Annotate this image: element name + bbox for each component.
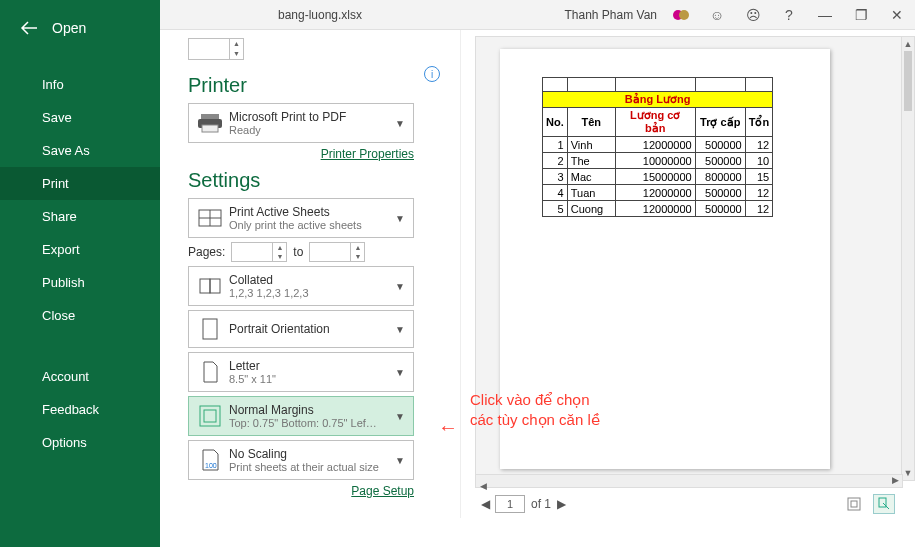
print-preview-pane: Bảng LươngNo.TênLương cơ bảnTrợ cấpTổn1V… (460, 30, 915, 518)
pages-label: Pages: (188, 245, 225, 259)
pages-to-label: to (293, 245, 303, 259)
sidebar-item-export[interactable]: Export (0, 233, 160, 266)
annotation-text: Click vào để chọn các tùy chọn căn lề (470, 390, 600, 430)
feedback-frown-icon[interactable]: ☹ (735, 0, 771, 30)
user-avatar-icon[interactable] (663, 0, 699, 30)
scroll-up-icon[interactable]: ▲ (902, 37, 914, 51)
svg-rect-11 (200, 406, 220, 426)
sidebar-item-save-as[interactable]: Save As (0, 134, 160, 167)
collate-icon (195, 271, 225, 301)
print-backstage-main: ▲▼ i Printer Microsoft Print to PDF Read… (160, 30, 915, 547)
sheets-icon (195, 203, 225, 233)
minimize-button[interactable]: — (807, 0, 843, 30)
feedback-smile-icon[interactable]: ☺ (699, 0, 735, 30)
page-icon (195, 357, 225, 387)
page-total-label: of 1 (531, 497, 551, 511)
prev-page-button[interactable]: ◀ (475, 497, 495, 511)
printer-selector[interactable]: Microsoft Print to PDF Ready ▼ (188, 103, 414, 143)
svg-point-1 (679, 10, 689, 20)
page-setup-link[interactable]: Page Setup (188, 484, 414, 498)
chevron-down-icon: ▼ (393, 213, 407, 224)
help-icon[interactable]: ? (771, 0, 807, 30)
chevron-down-icon: ▼ (393, 367, 407, 378)
margins-selector[interactable]: Normal Margins Top: 0.75" Bottom: 0.75" … (188, 396, 414, 436)
svg-text:100: 100 (205, 462, 217, 469)
svg-rect-15 (851, 501, 857, 507)
sidebar-item-feedback[interactable]: Feedback (0, 393, 160, 426)
zoom-to-page-button[interactable] (873, 494, 895, 514)
sidebar-item-open[interactable]: Open (0, 0, 160, 56)
sidebar-item-share[interactable]: Share (0, 200, 160, 233)
printer-status: Ready (229, 124, 393, 136)
page-number-input[interactable]: 1 (495, 495, 525, 513)
table-row: 4Tuan1200000050000012 (543, 185, 773, 201)
restore-button[interactable]: ❐ (843, 0, 879, 30)
next-page-button[interactable]: ▶ (551, 497, 571, 511)
pages-to-input[interactable]: ▲▼ (309, 242, 365, 262)
spinner-down-icon[interactable]: ▼ (230, 49, 243, 59)
preview-vertical-scrollbar[interactable]: ▲ ▼ (901, 36, 915, 481)
chevron-down-icon: ▼ (393, 411, 407, 422)
scaling-selector[interactable]: 100 No Scaling Print sheets at their act… (188, 440, 414, 480)
sidebar-item-close[interactable]: Close (0, 299, 160, 332)
scroll-right-icon[interactable]: ▶ (888, 475, 902, 487)
svg-rect-14 (848, 498, 860, 510)
printer-info-icon[interactable]: i (424, 66, 440, 82)
back-arrow-icon (20, 21, 38, 35)
margins-icon (195, 401, 225, 431)
orientation-selector[interactable]: Portrait Orientation ▼ (188, 310, 414, 348)
show-margins-button[interactable] (843, 494, 865, 514)
sidebar-item-print[interactable]: Print (0, 167, 160, 200)
sidebar-item-publish[interactable]: Publish (0, 266, 160, 299)
svg-rect-4 (202, 125, 218, 132)
sidebar-item-account[interactable]: Account (0, 360, 160, 393)
spinner-up-icon[interactable]: ▲ (230, 39, 243, 49)
svg-rect-12 (204, 410, 216, 422)
chevron-down-icon: ▼ (393, 281, 407, 292)
sidebar-item-save[interactable]: Save (0, 101, 160, 134)
printer-name: Microsoft Print to PDF (229, 110, 393, 124)
paper-size-selector[interactable]: Letter 8.5" x 11" ▼ (188, 352, 414, 392)
scroll-thumb[interactable] (904, 51, 912, 111)
preview-sheet-content: Bảng LươngNo.TênLương cơ bảnTrợ cấpTổn1V… (542, 77, 830, 217)
table-row: 3Mac1500000080000015 (543, 169, 773, 185)
printer-properties-link[interactable]: Printer Properties (188, 147, 414, 161)
print-what-selector[interactable]: Print Active Sheets Only print the activ… (188, 198, 414, 238)
chevron-down-icon: ▼ (393, 324, 407, 335)
table-row: 5Cuong1200000050000012 (543, 201, 773, 217)
chevron-down-icon: ▼ (393, 118, 407, 129)
settings-heading: Settings (188, 169, 432, 192)
scroll-down-icon[interactable]: ▼ (902, 466, 914, 480)
preview-horizontal-scrollbar[interactable]: ◀ ▶ (475, 474, 903, 488)
svg-rect-9 (210, 279, 220, 293)
sidebar-item-options[interactable]: Options (0, 426, 160, 459)
table-row: 1Vinh1200000050000012 (543, 137, 773, 153)
backstage-sidebar: Open InfoSaveSave AsPrintShareExportPubl… (0, 0, 160, 547)
sidebar-item-info[interactable]: Info (0, 68, 160, 101)
close-button[interactable]: ✕ (879, 0, 915, 30)
user-name: Thanh Pham Van (564, 8, 657, 22)
printer-icon (195, 108, 225, 138)
collate-selector[interactable]: Collated 1,2,3 1,2,3 1,2,3 ▼ (188, 266, 414, 306)
sidebar-open-label: Open (52, 20, 86, 36)
document-title: bang-luong.xlsx (220, 8, 420, 22)
scaling-icon: 100 (195, 445, 225, 475)
svg-rect-2 (201, 114, 219, 119)
svg-rect-8 (200, 279, 210, 293)
copies-spinner[interactable]: ▲▼ (188, 38, 244, 60)
chevron-down-icon: ▼ (393, 455, 407, 466)
preview-footer: ◀ 1 of 1 ▶ (475, 490, 915, 518)
print-settings-column: ▲▼ i Printer Microsoft Print to PDF Read… (160, 30, 450, 547)
portrait-icon (195, 314, 225, 344)
printer-heading: Printer (188, 74, 432, 97)
pages-from-input[interactable]: ▲▼ (231, 242, 287, 262)
annotation-arrow-icon: ← (438, 416, 458, 439)
svg-rect-10 (203, 319, 217, 339)
table-row: 2The1000000050000010 (543, 153, 773, 169)
